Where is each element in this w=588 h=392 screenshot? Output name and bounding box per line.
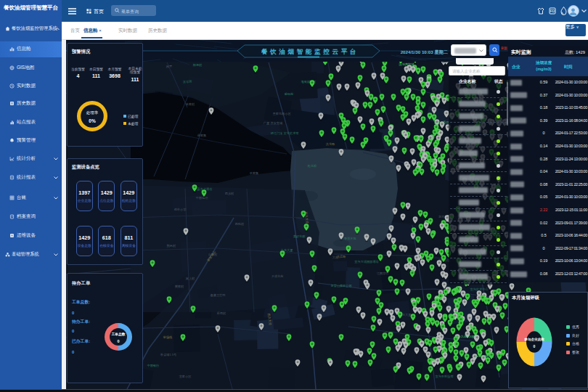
- svg-text:天成花苑: 天成花苑: [271, 274, 285, 278]
- svg-text:中国电信: 中国电信: [196, 196, 209, 200]
- svg-text:参与企业总数: 参与企业总数: [523, 338, 544, 342]
- svg-text:宜兴八佰伴: 宜兴八佰伴: [434, 121, 450, 124]
- svg-text:宜家小区: 宜家小区: [179, 375, 192, 378]
- svg-text:0: 0: [117, 339, 119, 343]
- svg-text:氿北路: 氿北路: [326, 142, 335, 146]
- svg-text:首金城1.5号: 首金城1.5号: [160, 353, 177, 356]
- svg-text:都市小学: 都市小学: [173, 208, 187, 211]
- svg-text:水浮洲: 水浮洲: [183, 80, 192, 83]
- svg-text:皇家花园小区: 皇家花园小区: [272, 112, 291, 115]
- svg-text:餐饮油烟智能监控云平台: 餐饮油烟智能监控云平台: [261, 48, 359, 55]
- svg-text:依家集: 依家集: [250, 171, 259, 175]
- svg-text:盛锦苑: 盛锦苑: [285, 92, 294, 96]
- svg-text:氿滨路: 氿滨路: [337, 255, 346, 258]
- svg-text:工单总数: 工单总数: [110, 332, 125, 337]
- svg-text:0%: 0%: [89, 118, 96, 123]
- svg-text:沥江门水 文化艺术馆: 沥江门水 文化艺术馆: [271, 131, 299, 135]
- svg-text:桂林雪枫西区: 桂林雪枫西区: [475, 354, 494, 358]
- svg-text:龙背山森林公园: 龙背山森林公园: [330, 284, 351, 287]
- svg-text:0: 0: [534, 344, 536, 348]
- svg-text:FD: FD: [550, 9, 555, 13]
- svg-text:处理率: 处理率: [86, 110, 99, 115]
- svg-text:宜兴九珑 K3园: 宜兴九珑 K3园: [454, 335, 474, 338]
- svg-text:绿地商贸城: 绿地商贸城: [399, 62, 415, 66]
- svg-text:香湖天地: 香湖天地: [344, 237, 357, 240]
- svg-text:保家集: 保家集: [197, 134, 207, 137]
- svg-text:宜兴市科技馆: 宜兴市科技馆: [435, 375, 453, 378]
